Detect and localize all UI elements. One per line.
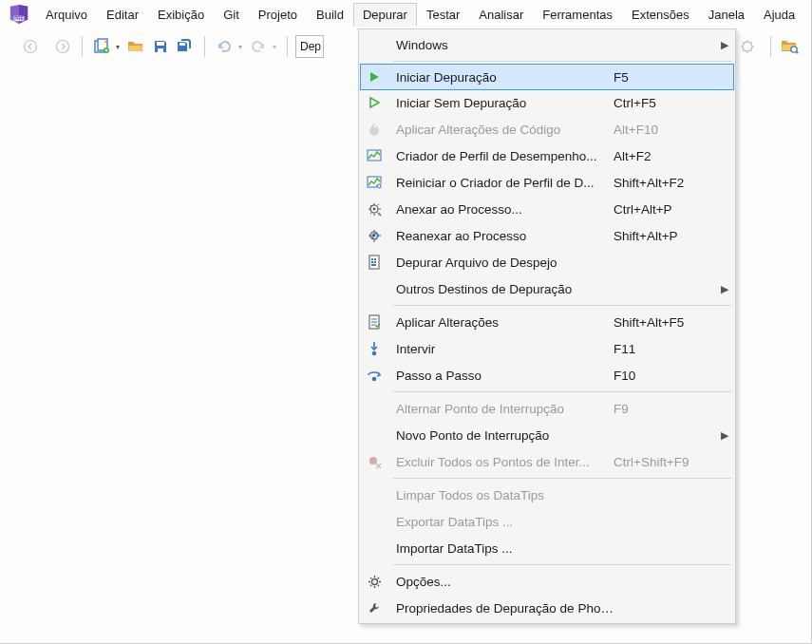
blank-icon — [361, 508, 387, 535]
dd-aplicar-alteracoes-codigo[interactable]: Aplicar Alterações de Código Alt+F10 — [361, 116, 733, 142]
open-folder-icon[interactable] — [124, 35, 147, 58]
dropdown-separator — [393, 391, 731, 392]
delete-breakpoints-icon — [361, 448, 387, 475]
flame-icon — [361, 116, 387, 142]
new-project-icon[interactable] — [90, 35, 113, 58]
dd-novo-breakpoint[interactable]: Novo Ponto de Interrupção ▶ — [361, 422, 733, 448]
search-folder-icon[interactable] — [779, 35, 802, 58]
dd-propriedades-depuracao[interactable]: Propriedades de Depuração de Phoneword — [361, 595, 733, 621]
dd-exportar-datatips[interactable]: Exportar DataTips ... — [361, 508, 733, 535]
app-logo-icon: PRE — [6, 1, 32, 28]
dd-reanexar-processo[interactable]: Reanexar ao Processo Shift+Alt+P — [361, 222, 733, 249]
submenu-arrow-icon: ▶ — [716, 429, 733, 442]
dd-opcoes[interactable]: Opções... — [361, 568, 733, 595]
menu-janela[interactable]: Janela — [699, 3, 754, 27]
dd-criador-perfil[interactable]: Criador de Perfil de Desempenho... Alt+F… — [361, 142, 733, 169]
blank-icon — [361, 422, 387, 448]
dd-importar-datatips[interactable]: Importar DataTips ... — [361, 535, 733, 561]
gear-icon — [361, 568, 387, 595]
svg-rect-12 — [368, 150, 381, 161]
depurar-dropdown: Windows ▶ Iniciar Depuração F5 Iniciar S… — [358, 28, 736, 624]
settings-hint-icon[interactable] — [736, 35, 759, 58]
menubar: PRE Arquivo Editar Exibição Git Projeto … — [0, 0, 811, 28]
undo-icon[interactable] — [213, 35, 236, 58]
dd-windows[interactable]: Windows ▶ — [361, 31, 733, 58]
svg-rect-8 — [158, 48, 163, 52]
nav-forward-icon[interactable] — [51, 35, 74, 58]
toolbar-separator — [287, 36, 288, 57]
svg-point-27 — [372, 377, 377, 382]
play-outline-icon — [361, 89, 387, 116]
dd-excluir-breakpoints[interactable]: Excluir Todos os Pontos de Inter... Ctrl… — [361, 448, 733, 475]
dd-alternar-breakpoint[interactable]: Alternar Ponto de Interrupção F9 — [361, 395, 733, 422]
svg-point-26 — [372, 351, 377, 356]
menu-depurar[interactable]: Depurar — [353, 3, 417, 27]
menu-editar[interactable]: Editar — [97, 3, 148, 27]
svg-text:PRE: PRE — [14, 16, 23, 21]
step-into-icon — [361, 335, 387, 362]
dd-iniciar-sem-depuracao[interactable]: Iniciar Sem Depuração Ctrl+F5 — [361, 89, 733, 116]
dropdown-separator — [393, 61, 731, 62]
profiler-icon — [361, 142, 387, 169]
dd-reiniciar-criador-perfil[interactable]: Reiniciar o Criador de Perfil de D... Sh… — [361, 169, 733, 196]
dd-aplicar-alteracoes[interactable]: Aplicar Alterações Shift+Alt+F5 — [361, 309, 733, 335]
dump-file-icon — [361, 249, 387, 275]
attach-icon — [361, 196, 387, 222]
dd-anexar-processo[interactable]: Anexar ao Processo... Ctrl+Alt+P — [361, 196, 733, 222]
svg-point-16 — [372, 207, 375, 210]
dd-limpar-datatips[interactable]: Limpar Todos os DataTips — [361, 482, 733, 508]
menu-exibicao[interactable]: Exibição — [148, 3, 214, 27]
menu-testar[interactable]: Testar — [417, 3, 469, 27]
svg-rect-22 — [371, 261, 373, 263]
menu-extensoes[interactable]: Extensões — [622, 3, 699, 27]
svg-point-28 — [369, 457, 377, 464]
dd-intervir[interactable]: Intervir F11 — [361, 335, 733, 362]
blank-icon — [361, 275, 387, 302]
save-all-icon[interactable] — [174, 35, 197, 58]
svg-point-2 — [25, 41, 37, 53]
svg-point-29 — [371, 578, 377, 584]
svg-point-3 — [57, 41, 69, 53]
blank-icon — [361, 535, 387, 561]
submenu-arrow-icon: ▶ — [716, 39, 733, 51]
dropdown-separator — [393, 478, 731, 479]
svg-rect-24 — [371, 264, 376, 266]
menu-ajuda[interactable]: Ajuda — [754, 3, 804, 27]
menu-analisar[interactable]: Analisar — [469, 3, 533, 27]
dropdown-separator — [393, 564, 731, 565]
svg-point-11 — [791, 47, 797, 52]
toolbar-separator — [770, 36, 771, 57]
menu-build[interactable]: Build — [307, 3, 353, 27]
dd-passo-a-passo[interactable]: Passo a Passo F10 — [361, 362, 733, 388]
apply-icon — [361, 309, 387, 335]
svg-rect-21 — [374, 258, 376, 260]
nav-back-icon[interactable] — [19, 35, 42, 58]
debug-target-dropdown[interactable]: Dep — [295, 35, 324, 58]
menu-ferramentas[interactable]: Ferramentas — [533, 3, 622, 27]
dd-outros-destinos[interactable]: Outros Destinos de Depuração ▶ — [361, 275, 733, 302]
menu-git[interactable]: Git — [214, 3, 249, 27]
play-green-icon — [361, 64, 387, 90]
step-over-icon — [361, 362, 387, 388]
dd-iniciar-depuracao[interactable]: Iniciar Depuração F5 — [360, 64, 734, 90]
svg-rect-9 — [179, 43, 185, 46]
svg-rect-23 — [374, 261, 376, 263]
dd-depurar-arquivo-despejo[interactable]: Depurar Arquivo de Despejo — [361, 249, 733, 275]
save-icon[interactable] — [149, 35, 172, 58]
reattach-icon — [361, 222, 387, 249]
toolbar-separator — [204, 36, 205, 57]
svg-rect-20 — [371, 258, 373, 260]
menu-arquivo[interactable]: Arquivo — [36, 3, 97, 27]
wrench-icon — [361, 595, 387, 621]
blank-icon — [361, 395, 387, 422]
blank-icon — [361, 482, 387, 508]
menu-projeto[interactable]: Projeto — [249, 3, 307, 27]
profiler-restart-icon — [361, 169, 387, 196]
svg-rect-7 — [157, 42, 164, 46]
submenu-arrow-icon: ▶ — [716, 283, 733, 295]
dropdown-separator — [393, 305, 731, 306]
toolbar-separator — [82, 36, 83, 57]
redo-icon[interactable] — [247, 35, 270, 58]
blank-icon — [361, 31, 387, 58]
